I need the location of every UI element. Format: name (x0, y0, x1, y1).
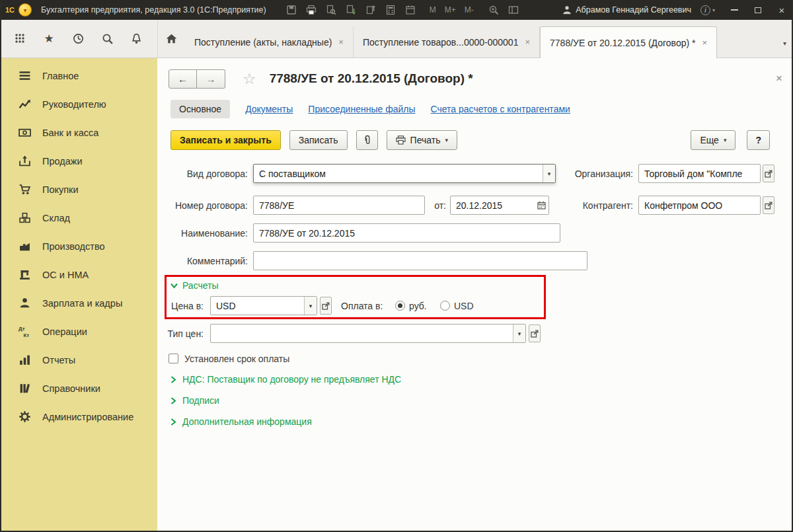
memory-m-button[interactable]: М (430, 5, 436, 15)
banknote-icon (19, 126, 31, 139)
tab-osnovnoe[interactable]: Основное (170, 100, 230, 118)
chevron-down-icon: ▾ (712, 7, 715, 13)
books-icon (19, 382, 31, 395)
calendar-picker-button[interactable] (535, 196, 548, 214)
close-window-button[interactable]: × (777, 5, 786, 15)
window-controls: × (730, 5, 786, 15)
main-menu-button[interactable]: ▾ (19, 3, 32, 17)
history-icon[interactable] (71, 32, 85, 45)
price-type-select[interactable]: ▾ (210, 324, 526, 343)
radio-unselected-icon[interactable] (440, 301, 450, 311)
tab-postuplenie-akty[interactable]: Поступление (акты, накладные) × (185, 26, 354, 57)
price-currency-open-button[interactable] (320, 297, 332, 315)
payment-term-label[interactable]: Установлен срок оплаты (184, 354, 289, 364)
tab-close-icon[interactable]: × (702, 38, 707, 48)
gear-icon (19, 410, 31, 423)
user-icon (562, 5, 572, 15)
sidebar-item-prodazhi[interactable]: Продажи (1, 147, 157, 175)
link-dokumenty[interactable]: Документы (245, 104, 293, 114)
search-icon[interactable] (100, 32, 114, 45)
user-name: Абрамов Геннадий Сергеевич (576, 5, 691, 15)
price-currency-select[interactable]: USD ▾ (210, 296, 317, 315)
chevron-right-icon (170, 376, 176, 383)
save-to-file-icon[interactable] (346, 5, 357, 16)
tab-close-icon[interactable]: × (338, 37, 344, 47)
open-tabs: Поступление (акты, накладные) × Поступле… (185, 19, 792, 57)
calculator-icon[interactable] (385, 5, 397, 16)
sidebar-item-spravochniki[interactable]: Справочники (1, 374, 157, 402)
print-preview-icon[interactable] (326, 5, 337, 16)
notifications-bell-icon[interactable] (130, 32, 143, 45)
minimize-button[interactable] (730, 5, 739, 15)
help-button[interactable]: ? (747, 130, 770, 150)
user-menu[interactable]: Абрамов Геннадий Сергеевич (562, 5, 691, 15)
organization-field[interactable]: Торговый дом "Компле (638, 164, 761, 183)
sidebar-item-os-i-nma[interactable]: ОС и НМА (1, 260, 157, 289)
save-button[interactable]: Записать (289, 130, 348, 150)
payment-usd-option[interactable]: USD (440, 296, 474, 315)
chevron-down-icon[interactable]: ▾ (513, 324, 525, 342)
back-button[interactable]: ← (169, 69, 197, 89)
send-document-icon[interactable] (365, 5, 377, 16)
line-chart-icon (19, 98, 31, 110)
forward-button[interactable]: → (197, 69, 225, 89)
tab-dogovor-7788[interactable]: 7788/УЕ от 20.12.2015 (Договор) * × (540, 26, 717, 58)
hamburger-icon (19, 69, 31, 82)
signatures-group-toggle[interactable]: Подписи (170, 394, 219, 407)
sidebar-item-zarplata-i-kadry[interactable]: Зарплата и кадры (1, 289, 157, 317)
date-input[interactable]: 20.12.2015 (450, 196, 549, 215)
sidebar-item-rukovoditelyu[interactable]: Руководителю (1, 90, 157, 118)
link-scheta-raschetov[interactable]: Счета расчетов с контрагентами (430, 104, 570, 114)
organization-open-button[interactable] (763, 165, 774, 182)
save-and-close-button[interactable]: Записать и закрыть (170, 130, 281, 150)
favorites-star-icon[interactable]: ★ (42, 32, 56, 45)
sidebar-item-administrirovanie[interactable]: Администрирование (1, 402, 157, 431)
chevron-down-icon (170, 283, 178, 289)
sidebar-item-pokupki[interactable]: Покупки (1, 175, 157, 204)
print-button[interactable]: Печать ▾ (387, 130, 457, 150)
tab-postuplenie-tovarov[interactable]: Поступление товаров...0000-000001 × (354, 26, 540, 57)
home-button[interactable] (157, 19, 185, 57)
favorite-star-icon[interactable]: ☆ (243, 71, 256, 87)
chevron-down-icon[interactable]: ▾ (304, 297, 317, 315)
maximize-button[interactable] (753, 5, 763, 15)
tab-list-dropdown-icon[interactable]: ▾ (783, 40, 786, 47)
open-form-icon (765, 202, 773, 209)
attach-file-button[interactable] (356, 130, 378, 150)
additional-info-group-toggle[interactable]: Дополнительная информация (170, 415, 312, 428)
panels-icon[interactable] (508, 5, 519, 16)
name-input[interactable]: 7788/УЕ от 20.12.2015 (253, 223, 560, 243)
sidebar-item-proizvodstvo[interactable]: Производство (1, 232, 157, 260)
form-close-icon[interactable]: × (776, 72, 782, 85)
price-type-open-button[interactable] (529, 324, 541, 342)
chevron-down-icon[interactable]: ▾ (543, 165, 555, 182)
print-icon[interactable] (306, 5, 317, 16)
cart-icon (19, 183, 31, 196)
vat-group-toggle[interactable]: НДС: Поставщик по договору не предъявляе… (170, 373, 401, 386)
tab-close-icon[interactable]: × (525, 37, 530, 47)
save-icon[interactable] (286, 5, 297, 16)
sidebar-item-sklad[interactable]: Склад (1, 204, 157, 232)
sidebar-item-operacii[interactable]: ДтКт Операции (1, 317, 157, 346)
payment-term-checkbox[interactable] (169, 354, 178, 363)
radio-selected-icon[interactable] (395, 301, 405, 311)
payment-rub-option[interactable]: руб. (395, 296, 427, 315)
more-button[interactable]: Еще ▾ (691, 130, 736, 150)
zoom-icon[interactable] (488, 5, 500, 16)
contract-type-select[interactable]: С поставщиком ▾ (253, 164, 556, 183)
chevron-right-icon (170, 418, 176, 426)
sidebar-item-bank-i-kassa[interactable]: Банк и касса (1, 118, 157, 147)
counterparty-field[interactable]: Конфетпром ООО (638, 196, 761, 215)
link-prisoedinennye-fayly[interactable]: Присоединенные файлы (308, 104, 415, 114)
memory-mminus-button[interactable]: М- (465, 5, 474, 15)
contract-number-input[interactable]: 7788/УЕ (253, 196, 425, 215)
sidebar-item-otchety[interactable]: Отчеты (1, 346, 157, 374)
calculations-group-toggle[interactable]: Расчеты (170, 280, 219, 291)
counterparty-open-button[interactable] (763, 196, 774, 214)
calendar-icon[interactable] (405, 5, 416, 16)
functions-menu-icon[interactable] (13, 32, 26, 45)
memory-mplus-button[interactable]: М+ (445, 5, 456, 15)
info-button[interactable]: i ▾ (700, 5, 715, 15)
sidebar-item-glavnoe[interactable]: Главное (1, 61, 157, 90)
comment-input[interactable] (253, 251, 587, 270)
